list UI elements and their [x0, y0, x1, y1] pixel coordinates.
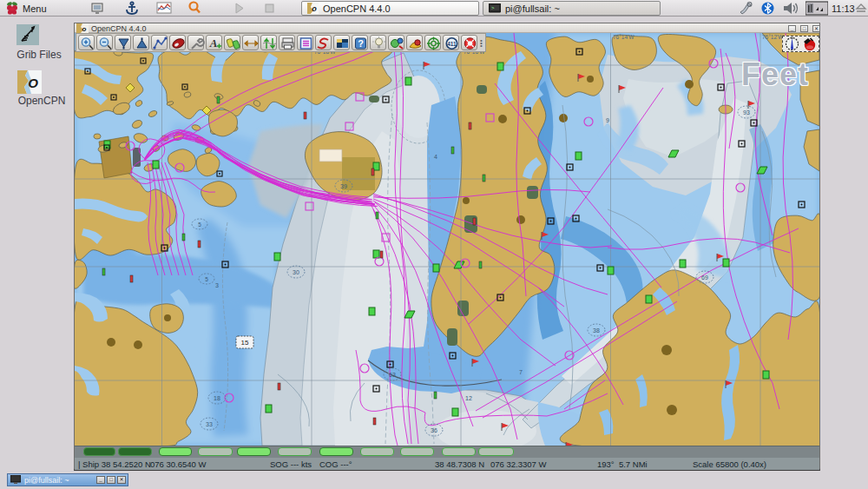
- svg-text:33: 33: [206, 421, 213, 427]
- svg-text:63: 63: [389, 372, 396, 378]
- svg-text:93: 93: [743, 109, 750, 116]
- svg-text:7: 7: [519, 369, 523, 375]
- svg-text:38: 38: [593, 327, 600, 334]
- svg-text:36: 36: [431, 427, 437, 433]
- svg-text:76°12'W: 76°12'W: [762, 34, 784, 40]
- svg-text:69: 69: [701, 274, 708, 281]
- svg-text:76°14'W: 76°14'W: [613, 34, 635, 40]
- svg-text:o: o: [312, 4, 317, 13]
- svg-text:39: 39: [340, 183, 347, 189]
- svg-text:411: 411: [447, 41, 457, 47]
- svg-text:18: 18: [214, 395, 220, 401]
- svg-text:9: 9: [606, 117, 609, 123]
- svg-text:12: 12: [465, 395, 472, 401]
- svg-text:o: o: [82, 25, 87, 33]
- svg-text:15: 15: [241, 339, 249, 347]
- svg-text:>: >: [491, 5, 495, 10]
- svg-text:?: ?: [358, 38, 364, 49]
- svg-text:30: 30: [293, 269, 299, 275]
- svg-text:5: 5: [205, 276, 208, 282]
- svg-text:A: A: [209, 36, 218, 50]
- svg-text:3: 3: [215, 282, 219, 288]
- svg-text:4: 4: [434, 154, 437, 160]
- svg-text:5: 5: [198, 221, 201, 228]
- svg-text:O: O: [28, 76, 38, 90]
